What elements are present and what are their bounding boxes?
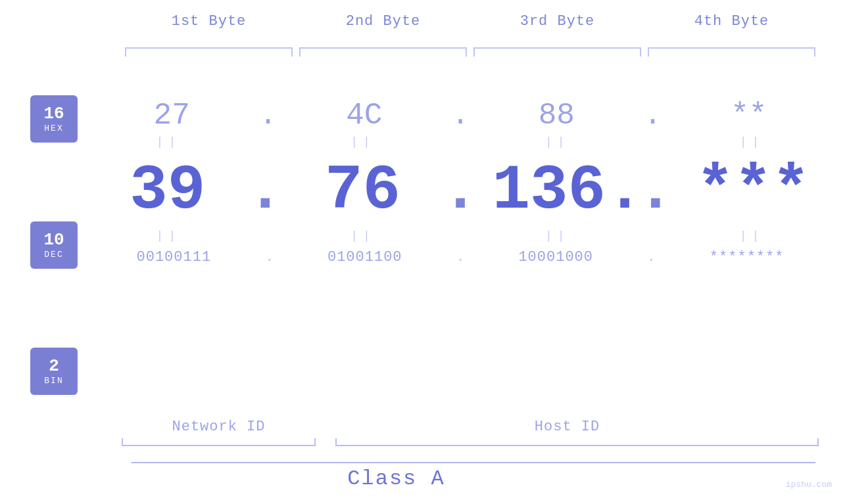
dec-row: 39 . 76 . 136. . *** xyxy=(95,155,825,227)
main-container: 1st Byte 2nd Byte 3rd Byte 4th Byte xyxy=(0,0,845,504)
dec-dot3: . xyxy=(637,155,675,227)
host-id-label: Host ID xyxy=(316,419,819,435)
network-id-label: Network ID xyxy=(122,419,316,435)
bin-dot1: . xyxy=(265,249,274,265)
dec-dot2: . xyxy=(441,155,479,227)
bin-dot2: . xyxy=(456,249,464,265)
hex-dot3: . xyxy=(644,99,662,133)
hex-name: HEX xyxy=(44,124,63,133)
hex-byte3: 88 xyxy=(491,99,622,133)
bin-name: BIN xyxy=(44,376,63,386)
dec-name: DEC xyxy=(44,250,63,260)
hex-dot1: . xyxy=(259,99,278,133)
byte2-header: 2nd Byte xyxy=(296,13,470,30)
bin-byte2: 01001100 xyxy=(299,249,431,265)
hex-byte4: ** xyxy=(683,99,815,133)
sep1: || xyxy=(103,135,234,149)
dec-byte3: 136. xyxy=(492,160,623,223)
bin-num: 2 xyxy=(49,357,59,376)
bracket-byte4 xyxy=(648,47,815,60)
id-labels: Network ID Host ID xyxy=(122,419,819,435)
sep3: || xyxy=(492,135,623,149)
byte4-header: 4th Byte xyxy=(644,13,819,30)
sep5: || xyxy=(103,229,234,242)
bin-byte1: 00100111 xyxy=(108,249,239,265)
byte-headers: 1st Byte 2nd Byte 3rd Byte 4th Byte xyxy=(122,13,819,30)
sep4: || xyxy=(686,135,817,149)
sep6: || xyxy=(297,229,429,242)
hex-byte1: 27 xyxy=(106,99,237,133)
dec-badge: 10 DEC xyxy=(30,221,78,269)
rows-container: 27 . 4C . 88 . ** || || || || 39 . 76 . … xyxy=(95,66,825,265)
bracket-byte2 xyxy=(299,47,467,60)
bin-dot3: . xyxy=(647,249,656,265)
sep7: || xyxy=(492,229,623,242)
hex-row: 27 . 4C . 88 . ** xyxy=(95,99,825,133)
host-bracket xyxy=(335,437,819,446)
sep-row-2: || || || || xyxy=(95,229,825,242)
hex-dot2: . xyxy=(451,99,470,133)
base-labels: 16 HEX 10 DEC 2 BIN xyxy=(30,95,78,395)
dec-num: 10 xyxy=(43,231,64,250)
class-a-label: Class A xyxy=(0,467,792,491)
bracket-byte3 xyxy=(473,47,641,60)
hex-badge: 16 HEX xyxy=(30,95,78,143)
sep8: || xyxy=(686,229,817,242)
bracket-byte1 xyxy=(125,47,293,60)
dec-dot1: . xyxy=(246,155,284,227)
bin-badge: 2 BIN xyxy=(30,348,78,395)
hex-num: 16 xyxy=(43,104,64,124)
id-brackets xyxy=(122,437,819,446)
bracket-decorations xyxy=(122,47,819,60)
byte3-header: 3rd Byte xyxy=(470,13,644,30)
bin-byte3: 10001000 xyxy=(490,249,621,265)
network-bracket xyxy=(122,437,316,446)
dec-byte1: 39 xyxy=(102,160,233,223)
sep-row-1: || || || || xyxy=(95,135,825,149)
dec-byte4: *** xyxy=(687,160,819,223)
hex-byte2: 4C xyxy=(299,99,430,133)
byte1-header: 1st Byte xyxy=(122,13,296,30)
dec-byte2: 76 xyxy=(297,160,429,223)
bin-row: 00100111 . 01001100 . 10001000 . *******… xyxy=(95,249,825,265)
watermark: ipshu.com xyxy=(786,480,832,490)
bin-byte4: ******** xyxy=(681,249,813,265)
sep2: || xyxy=(297,135,429,149)
bottom-bracket-line xyxy=(132,462,815,463)
